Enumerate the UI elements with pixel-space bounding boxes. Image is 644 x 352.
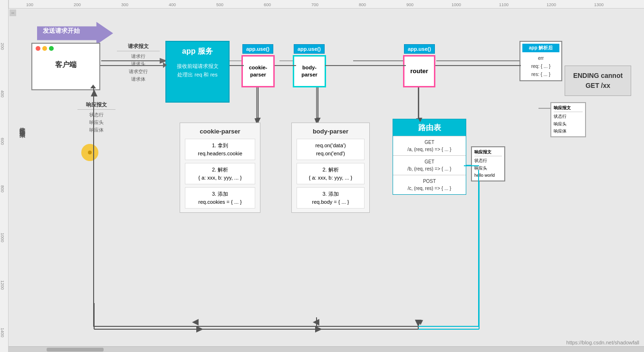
line-app-right-1	[230, 65, 244, 66]
left-main-vline	[93, 87, 94, 304]
app-service-label: app 服务	[182, 47, 213, 57]
ruler-top: 100 200 300 400 500 600 700 800 900 1000…	[0, 0, 644, 9]
scrollbar-bottom[interactable]	[9, 346, 644, 352]
url-text: https://blog.csdn.net/shadowfall	[567, 340, 639, 345]
ending-box: ENDING cannot GET /xx	[565, 66, 631, 96]
bottom-cyan-line	[418, 326, 479, 327]
cookie-parser-use-btn[interactable]: app.use()	[242, 44, 273, 54]
routing-row-1: GET/a, (req, res) => { ... }	[393, 136, 466, 155]
response-msg-left-title: 响应报文	[77, 101, 115, 110]
body-parser-inner-box: body- parser	[293, 55, 326, 87]
left-vertical-return	[93, 303, 94, 327]
response-right-hline	[464, 165, 479, 166]
svg-text:400: 400	[0, 90, 5, 97]
svg-text:400: 400	[169, 2, 176, 7]
response-msg-end-box: 响应报文 状态行响应头响应体	[550, 102, 586, 137]
svg-text:1400: 1400	[0, 328, 5, 337]
routing-table: 路由表 GET/a, (req, res) => { ... } GET/b, …	[393, 119, 466, 195]
cookie-parser-step2: 2. 解析{ a: xxx, b: yyy, ... }	[185, 163, 255, 184]
line-client-to-app	[100, 65, 166, 66]
app-service-box: app 服务 接收前端请求报文处理出 req 和 res	[165, 41, 230, 103]
scrollbar-handle[interactable]	[47, 348, 104, 352]
arrow-to-app	[163, 62, 167, 68]
canvas: 发送请求开始 请求报文 请求行请求头请求空行请求体 客户端 响应报文 状态行响应…	[9, 9, 644, 352]
app-analyze-box: app 解析后 errreq: { ... }res: { ... }	[519, 41, 562, 81]
routing-table-title: 路由表	[393, 119, 466, 136]
request-msg-title: 请求报文	[117, 43, 160, 51]
svg-marker-34	[196, 326, 203, 333]
router-use-btn[interactable]: app.use()	[404, 44, 435, 54]
svg-text:1300: 1300	[594, 2, 604, 7]
svg-text:1000: 1000	[452, 2, 461, 7]
corner-indicator: ↔	[10, 10, 16, 16]
send-request-label: 发送请求开始	[43, 27, 80, 35]
line-app-right-2	[275, 65, 296, 66]
bottom-return-line	[93, 326, 420, 327]
svg-text:300: 300	[121, 2, 128, 7]
cookie-parser-step3: 3. 添加req.cookies = { ... }	[185, 187, 255, 209]
svg-text:200: 200	[74, 2, 81, 7]
cookie-parser-step1: 1. 拿到req.headers.cookie	[185, 139, 255, 160]
svg-text:200: 200	[0, 43, 5, 50]
body-parser-step3: 3. 添加req.body = { ... }	[297, 187, 365, 209]
svg-text:700: 700	[311, 2, 318, 7]
svg-marker-35	[315, 326, 322, 333]
response-msg-right-box: 响应报文 状态行响应头hello world	[471, 146, 505, 181]
svg-text:900: 900	[406, 2, 413, 7]
right-vertical-cyan	[478, 170, 479, 327]
app-service-sublabel: 接收前端请求报文处理出 req 和 res	[174, 62, 221, 79]
svg-text:1200: 1200	[547, 2, 556, 7]
svg-text:1000: 1000	[0, 233, 5, 242]
svg-text:1100: 1100	[499, 2, 509, 7]
router-inner-box: router	[403, 55, 435, 87]
response-msg-end-lines: 状态行响应头响应体	[554, 113, 583, 135]
down-arrow-router: ▼	[416, 115, 424, 124]
body-parser-step2: 2. 解析{ a: xxx, b: yyy, ... }	[297, 163, 365, 184]
cookie-parser-section: cookie-parser 1. 拿到req.headers.cookie 2.…	[180, 123, 260, 213]
response-msg-right-title: 响应报文	[474, 149, 502, 156]
ruler-left: 200 400 600 800 1000 1200 1400	[0, 0, 9, 352]
svg-text:800: 800	[359, 2, 366, 7]
routing-row-2: GET/b, (req, res) => { ... }	[393, 155, 466, 175]
svg-text:1200: 1200	[0, 280, 5, 290]
svg-text:600: 600	[0, 138, 5, 145]
response-msg-left-box: 响应报文 状态行响应头响应体	[77, 101, 115, 134]
body-parser-step1: req.on('data')req.on('end')	[297, 139, 365, 160]
app-analyze-title: app 解析后	[522, 44, 559, 52]
svg-text:100: 100	[26, 2, 33, 7]
vline-cookie	[258, 87, 259, 123]
bottom-arrow-left-2: ◀	[313, 316, 319, 327]
diagram-area: 100 200 300 400 500 600 700 800 900 1000…	[0, 0, 644, 352]
svg-marker-40	[91, 89, 97, 96]
cookie-parser-inner-box: cookie- parser	[241, 55, 275, 87]
response-msg-end-title: 响应报文	[554, 105, 583, 112]
receive-response-label: 接收响应结束	[18, 123, 26, 208]
vline-body	[317, 87, 318, 123]
routing-row-3: POST/c, (req, res) => { ... }	[393, 175, 466, 194]
bottom-arrow-left-1: ◀	[192, 316, 199, 327]
body-parser-section: body-parser req.on('data')req.on('end') …	[291, 123, 370, 213]
client-label: 客户端	[32, 60, 99, 69]
svg-text:500: 500	[216, 2, 223, 7]
app-analyze-items: errreq: { ... }res: { ... }	[522, 54, 559, 78]
request-msg-box: 请求报文 请求行请求头请求空行请求体	[117, 43, 160, 83]
response-msg-left-lines: 状态行响应头响应体	[77, 111, 115, 134]
vline-router	[418, 87, 419, 119]
body-parser-section-title: body-parser	[297, 128, 365, 135]
body-parser-use-btn[interactable]: app.use()	[294, 44, 325, 54]
svg-text:600: 600	[264, 2, 271, 7]
line-app-right-3	[325, 65, 406, 66]
client-box: 客户端	[31, 43, 100, 90]
cookie-parser-section-title: cookie-parser	[185, 128, 255, 135]
request-msg-lines: 请求行请求头请求空行请求体	[117, 53, 160, 83]
yellow-circle	[81, 144, 98, 161]
svg-text:800: 800	[0, 185, 5, 192]
line-app-right-4	[435, 65, 521, 66]
